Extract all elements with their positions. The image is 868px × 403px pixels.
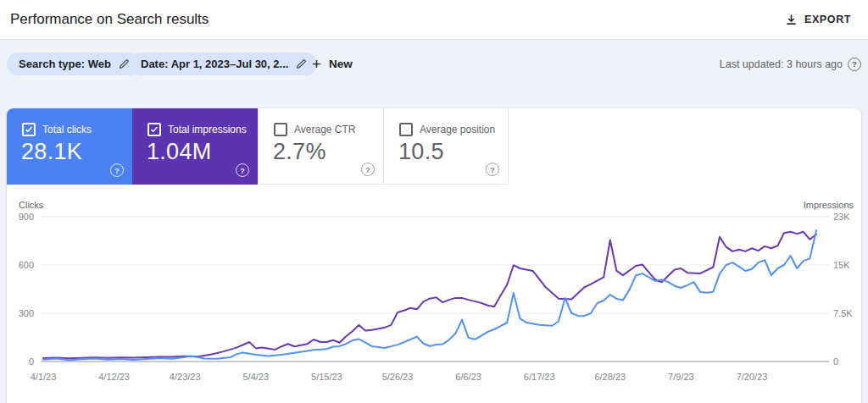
x-axis-tick-label: 5/15/23 xyxy=(311,372,342,382)
right-axis-tick-label: 7.5K xyxy=(833,308,853,318)
x-axis-tick-label: 5/26/23 xyxy=(382,372,414,382)
right-axis-tick-label: 23K xyxy=(833,212,850,222)
right-axis-tick-label: 0 xyxy=(833,356,838,367)
performance-chart[interactable]: ClicksImpressions003007.5K60015K90023K4/… xyxy=(0,0,868,403)
left-axis-tick-label: 0 xyxy=(29,356,34,367)
x-axis-tick-label: 6/6/23 xyxy=(455,372,481,382)
right-axis-tick-label: 15K xyxy=(833,260,850,270)
impressions-line[interactable] xyxy=(43,232,816,359)
right-axis-title: Impressions xyxy=(804,200,854,210)
search-console-performance-page: Performance on Search results EXPORT Sea… xyxy=(0,0,868,403)
left-axis-title: Clicks xyxy=(19,200,44,210)
x-axis-tick-label: 7/20/23 xyxy=(737,372,768,382)
x-axis-tick-label: 4/23/23 xyxy=(170,372,201,382)
left-axis-tick-label: 300 xyxy=(19,308,34,318)
left-axis-tick-label: 900 xyxy=(19,212,34,222)
x-axis-tick-label: 4/12/23 xyxy=(98,372,130,382)
x-axis-tick-label: 7/9/23 xyxy=(668,372,694,382)
x-axis-tick-label: 5/4/23 xyxy=(243,372,270,382)
clicks-line[interactable] xyxy=(43,230,816,360)
x-axis-tick-label: 6/28/23 xyxy=(594,372,626,382)
x-axis-tick-label: 4/1/23 xyxy=(31,372,57,382)
x-axis-tick-label: 6/17/23 xyxy=(524,372,555,382)
left-axis-tick-label: 600 xyxy=(19,260,34,270)
